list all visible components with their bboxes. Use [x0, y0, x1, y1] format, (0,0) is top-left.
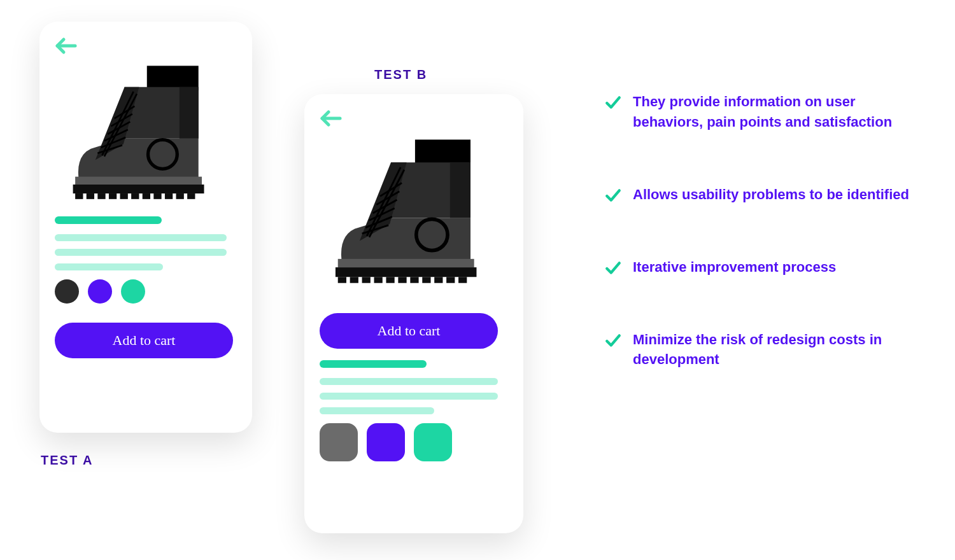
back-arrow-icon[interactable]	[55, 37, 78, 55]
svg-rect-12	[73, 185, 204, 193]
svg-rect-1	[147, 66, 199, 90]
test-a-label: TEST A	[41, 453, 93, 468]
svg-rect-23	[187, 193, 195, 199]
placeholder-body-line	[55, 263, 163, 270]
placeholder-body-line	[55, 234, 227, 241]
svg-rect-38	[350, 277, 358, 283]
placeholder-body-line	[320, 393, 498, 400]
svg-rect-41	[386, 277, 394, 283]
svg-rect-21	[165, 193, 173, 199]
check-icon	[605, 94, 621, 111]
product-image-boot	[62, 59, 230, 207]
test-b-label: TEST B	[374, 67, 427, 82]
swatch-accent[interactable]	[88, 279, 112, 304]
svg-rect-15	[97, 193, 105, 199]
check-icon	[605, 332, 621, 349]
check-icon	[605, 260, 621, 276]
svg-rect-13	[75, 193, 83, 199]
placeholder-body-line	[320, 378, 498, 385]
svg-rect-43	[410, 277, 418, 283]
benefit-item: Iterative improvement process	[605, 257, 910, 277]
svg-rect-37	[338, 277, 346, 283]
svg-rect-35	[338, 259, 474, 267]
benefits-list: They provide information on user behavio…	[605, 92, 910, 370]
benefit-text: They provide information on user behavio…	[633, 92, 910, 132]
svg-rect-40	[374, 277, 383, 283]
svg-rect-25	[415, 139, 470, 166]
add-to-cart-button[interactable]: Add to cart	[55, 323, 233, 358]
swatch-dark[interactable]	[55, 279, 79, 304]
phone-mockup-b: Add to cart	[304, 94, 523, 533]
placeholder-title-line	[55, 216, 162, 224]
benefit-item: Minimize the risk of redesign costs in d…	[605, 330, 910, 370]
placeholder-body-line	[55, 249, 227, 256]
svg-rect-42	[398, 277, 406, 283]
swatch-mint[interactable]	[414, 423, 452, 461]
svg-rect-47	[458, 277, 467, 283]
benefit-text: Allows usability problems to be identifi…	[633, 185, 909, 205]
swatch-mint[interactable]	[121, 279, 145, 304]
svg-rect-17	[120, 193, 128, 199]
benefit-text: Minimize the risk of redesign costs in d…	[633, 330, 910, 370]
back-arrow-icon[interactable]	[320, 109, 343, 127]
check-icon	[605, 187, 621, 204]
benefit-item: They provide information on user behavio…	[605, 92, 910, 132]
svg-rect-16	[109, 193, 117, 199]
svg-rect-39	[362, 277, 371, 283]
svg-rect-14	[87, 193, 94, 199]
placeholder-body-line	[320, 407, 434, 414]
svg-rect-46	[446, 277, 455, 283]
swatch-accent[interactable]	[367, 423, 405, 461]
svg-rect-19	[143, 193, 150, 199]
svg-rect-20	[153, 193, 161, 199]
add-to-cart-button[interactable]: Add to cart	[320, 313, 498, 349]
swatch-dark[interactable]	[320, 423, 358, 461]
svg-rect-45	[434, 277, 442, 283]
svg-rect-22	[176, 193, 184, 199]
placeholder-title-line	[320, 360, 427, 368]
svg-rect-11	[75, 177, 202, 185]
svg-rect-44	[422, 277, 430, 283]
color-swatches	[55, 279, 237, 304]
benefit-item: Allows usability problems to be identifi…	[605, 185, 910, 205]
product-image-boot	[323, 131, 504, 293]
svg-rect-18	[131, 193, 139, 199]
svg-rect-36	[336, 267, 477, 277]
phone-mockup-a: Add to cart	[39, 22, 252, 433]
color-swatches	[320, 423, 508, 461]
benefit-text: Iterative improvement process	[633, 257, 836, 277]
